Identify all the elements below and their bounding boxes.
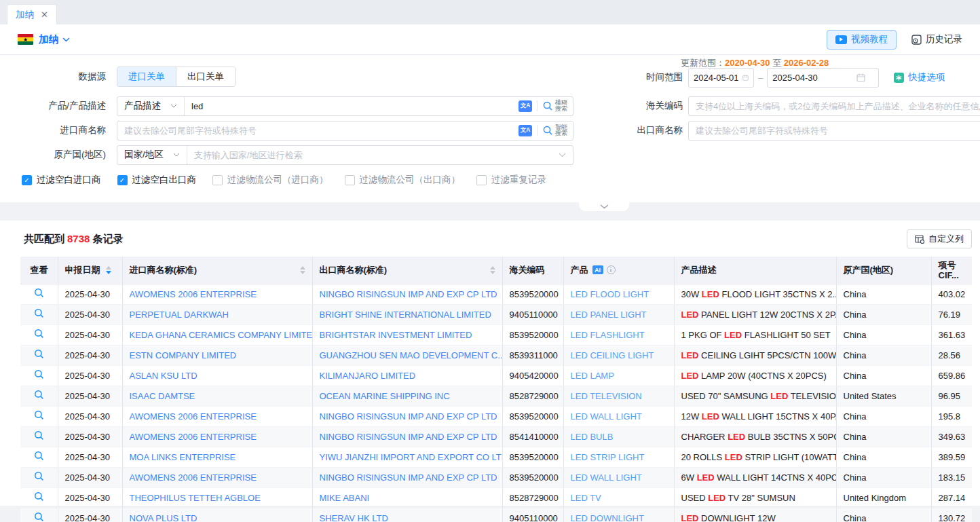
checkbox-checked-icon[interactable]: ✓ [117,175,128,185]
chevron-down-icon[interactable] [559,153,566,157]
hs-code-input[interactable] [689,97,980,115]
view-record-icon[interactable] [34,288,44,298]
origin-type-select[interactable]: 国家/地区 [117,146,187,164]
view-record-icon[interactable] [34,369,44,379]
importer-link[interactable]: ESTN COMPANY LIMITED [130,350,237,360]
importer-link[interactable]: MOA LINKS ENTERPRISE [130,452,236,462]
history-button[interactable]: 历史记录 [911,33,962,45]
exporter-link[interactable]: KILIMANJARO LIMITED [320,371,416,381]
data-source-segmented: 进口关单 出口关单 [117,67,235,87]
video-tutorial-button[interactable]: 视频教程 [827,30,897,50]
product-link[interactable]: LED FLOOD LIGHT [571,289,649,299]
product-link[interactable]: LED BULB [571,432,614,442]
exporter-input[interactable] [689,122,980,140]
origin-type-value: 国家/地区 [124,149,164,161]
importer-link[interactable]: AWOMENS 2006 ENTERPRISE [130,472,257,483]
origin-country-input[interactable] [187,146,559,164]
view-record-icon[interactable] [34,329,44,339]
filter-checkbox[interactable]: 过滤物流公司（进口商） [212,174,328,186]
country-selector-label[interactable]: 加纳 [39,33,59,46]
importer-link[interactable]: AWOMENS 2006 ENTERPRISE [130,411,257,422]
product-type-select[interactable]: 产品描述 [117,97,185,115]
product-link[interactable]: LED STRIP LIGHT [571,452,645,462]
close-icon[interactable]: ✕ [41,10,48,19]
view-cell [20,447,58,467]
product-link[interactable]: LED LAMP [571,371,614,381]
importer-link[interactable]: ASLAN KSU LTD [130,371,197,381]
importer-link[interactable]: ISAAC DAMTSE [130,391,195,401]
importer-link[interactable]: KEDA GHANA CERAMICS COMPANY LIMITED [130,330,313,340]
date-start-field[interactable] [688,68,754,88]
view-record-icon[interactable] [34,349,44,359]
checkbox-unchecked-icon[interactable] [476,175,487,185]
product-link[interactable]: LED FLASHLIGHT [571,330,645,340]
description-cell: CHARGER LED BULB 35CTNS X 50PCS [674,426,836,447]
importer-link[interactable]: THEOPHILUS TETTEH AGBLOE [130,493,261,503]
smart-search-label-1: 智能 [555,124,567,130]
tab-export-declarations[interactable]: 出口关单 [176,67,235,86]
sort-icons[interactable] [106,266,111,274]
product-link[interactable]: LED PANEL LIGHT [571,310,647,320]
tab-import-declarations[interactable]: 进口关单 [117,67,176,86]
product-link[interactable]: LED WALL LIGHT [571,472,642,483]
column-header-item-cif[interactable]: 项号 CIF... [931,257,972,284]
column-header-exporter[interactable]: 出口商名称(标准) [312,257,502,284]
checkbox-checked-icon[interactable]: ✓ [22,175,32,185]
importer-link[interactable]: AWOMENS 2006 ENTERPRISE [130,289,257,299]
date-end-field[interactable] [767,68,879,88]
column-header-date[interactable]: 申报日期 [58,257,122,284]
column-header-importer[interactable]: 进口商名称(标准) [122,257,312,284]
product-link[interactable]: LED TV [571,493,601,503]
date-end-input[interactable] [772,73,852,83]
exporter-link[interactable]: GUANGZHOU SEN MAO DEVELOPMENT C... [320,350,503,360]
translate-icon[interactable]: 文A [519,125,532,136]
view-record-icon[interactable] [34,512,44,522]
translate-icon[interactable]: 文A [519,100,532,112]
keyword-highlight: LED [725,452,742,462]
view-record-icon[interactable] [34,308,44,318]
customize-columns-button[interactable]: 自定义列 [907,229,972,248]
exporter-link[interactable]: BRIGHT SHINE INTERNATIONAL LIMITED [320,310,491,320]
view-record-icon[interactable] [34,491,44,502]
date-start-input[interactable] [694,73,738,83]
fuzzy-search-button[interactable]: 模糊搜索 [542,100,567,113]
info-icon[interactable]: i [607,265,616,274]
importer-link[interactable]: AWOMENS 2006 ENTERPRISE [130,432,257,442]
product-input[interactable] [185,97,519,115]
tab-ghana[interactable]: 加纳 ✕ [7,4,57,24]
view-record-icon[interactable] [34,430,44,441]
chevron-down-icon[interactable] [62,37,70,42]
product-link[interactable]: LED CEILING LIGHT [571,350,654,360]
exporter-link[interactable]: OCEAN MARINE SHIPPING INC [320,391,450,401]
filter-checkbox[interactable]: 过滤物流公司（出口商） [345,174,461,186]
sort-icons[interactable] [490,266,495,274]
product-link[interactable]: LED DOWNLIGHT [571,513,644,522]
checkbox-unchecked-icon[interactable] [345,175,355,185]
product-link[interactable]: LED TELEVISION [571,391,642,401]
exporter-link[interactable]: SHERAV HK LTD [320,513,388,522]
importer-input[interactable] [117,122,519,140]
exporter-link[interactable]: NINGBO RISINGSUN IMP AND EXP CP LTD [320,289,497,299]
view-record-icon[interactable] [34,471,44,481]
view-record-icon[interactable] [34,451,44,461]
exporter-link[interactable]: BRIGHTSTAR INVESTMENT LIMITED [320,330,472,340]
view-record-icon[interactable] [34,390,44,400]
quick-options-link[interactable]: 快捷选项 [894,71,945,83]
exporter-link[interactable]: YIWU JIANZHI IMPORT AND EXPORT CO LTD [320,452,503,462]
sort-icons[interactable] [300,266,305,274]
exporter-link[interactable]: NINGBO RISINGSUN IMP AND EXP CP LTD [320,432,497,442]
filter-checkbox[interactable]: 过滤重复记录 [476,174,546,186]
filter-checkbox[interactable]: ✓过滤空白进口商 [22,174,101,186]
filter-checkbox[interactable]: ✓过滤空白出口商 [117,174,197,186]
checkbox-unchecked-icon[interactable] [212,175,223,185]
view-record-icon[interactable] [34,410,44,420]
exporter-cell: BRIGHT SHINE INTERNATIONAL LIMITED [312,304,502,324]
exporter-link[interactable]: NINGBO RISINGSUN IMP AND EXP CP LTD [320,411,497,422]
importer-link[interactable]: PERPETUAL DARKWAH [130,310,229,320]
exporter-link[interactable]: NINGBO RISINGSUN IMP AND EXP CP LTD [320,472,497,483]
exporter-link[interactable]: MIKE ABANI [320,493,370,503]
importer-link[interactable]: NOVA PLUS LTD [130,513,197,522]
smart-search-button[interactable]: 智能搜索 [542,124,567,137]
product-link[interactable]: LED WALL LIGHT [571,411,642,422]
collapse-filter-handle[interactable] [579,202,629,211]
